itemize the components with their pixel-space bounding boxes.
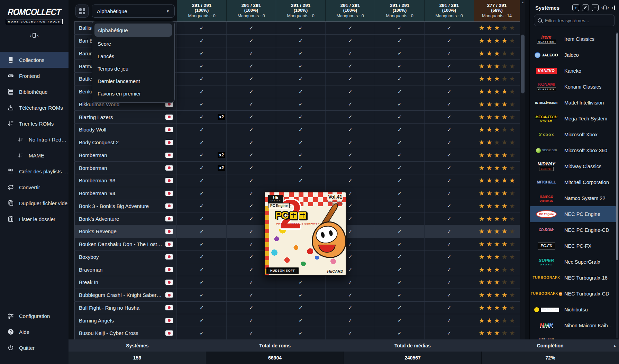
system-item[interactable]: CD-ROM²NEC PC Engine-CD <box>530 222 616 238</box>
sidebar-item-mame[interactable]: MAME <box>0 147 69 163</box>
rating-cell[interactable]: ★★★★★ <box>474 111 520 123</box>
menu-item-temps-de-jeu[interactable]: Temps de jeu <box>92 62 174 75</box>
rom-check-cell: ✓ <box>177 136 226 149</box>
rating-cell[interactable]: ★★★★★ <box>474 35 520 47</box>
sidebar-collapse-button[interactable]: ›‹ <box>0 33 69 38</box>
table-row[interactable]: Break In✓✓✓✓✓✓★★★★★ <box>74 276 520 289</box>
check-icon: ✓ <box>249 241 254 247</box>
rating-cell[interactable]: ★★★★★ <box>474 149 520 162</box>
scroll-up-icon[interactable]: ▲ <box>520 1 525 4</box>
system-item[interactable]: PC-FXNEC PC-FX <box>530 238 616 254</box>
footer-label-total-roms: Total de roms <box>206 343 344 348</box>
sidebar-item-trier-les-roms[interactable]: Trier les ROMs <box>0 116 69 131</box>
sidebar-item-aide[interactable]: Aide <box>0 324 69 340</box>
system-item[interactable]: NichibutsuNichibutsu <box>530 302 616 318</box>
sidebar-item-telecharger-roms[interactable]: Télécharger ROMs <box>0 100 69 116</box>
rom-check-cell: ✓ <box>226 111 276 123</box>
system-item[interactable]: TURBOGRAFXNEC Turbografx-16 <box>530 270 616 286</box>
system-item[interactable]: JALECOJaleco <box>530 47 616 63</box>
menu-item-alphabetique[interactable]: Alphabétique <box>94 24 172 37</box>
rating-cell[interactable]: ★★★★★ <box>474 136 520 149</box>
system-label: Nec SuperGrafx <box>564 259 600 265</box>
rating-cell[interactable]: ★★★★★ <box>474 98 520 111</box>
rating-cell[interactable]: ★★★★★ <box>474 263 520 276</box>
sidebar-item-collections[interactable]: Collections <box>0 52 69 68</box>
table-row[interactable]: Blazing Lazers✓x2✓✓✓✓✓★★★★★ <box>74 111 520 124</box>
check-icon: ✓ <box>200 228 204 235</box>
rating-cell[interactable]: ★★★★★ <box>474 60 520 72</box>
rating-cell[interactable]: ★★★★★ <box>474 124 520 136</box>
system-item[interactable]: SUPERGRAFXNec SuperGrafx <box>530 254 616 270</box>
rating-cell[interactable]: ★★★★★ <box>474 162 520 174</box>
sidebar-item-bibliotheque[interactable]: Bibliothèque <box>0 84 69 100</box>
sidebar-item-quitter[interactable]: Quitter <box>0 340 69 356</box>
table-row[interactable]: Bloody Wolf✓✓✓✓✓✓★★★★★ <box>74 124 520 136</box>
menu-item-favoris-en-premier[interactable]: Favoris en premier <box>92 87 174 100</box>
rating-cell[interactable]: ★★★★★ <box>474 22 520 34</box>
sidebar-item-configuration[interactable]: Configuration <box>0 308 69 324</box>
rating-cell[interactable]: ★★★★★ <box>474 212 520 225</box>
grid-view-button[interactable] <box>75 4 89 18</box>
table-row[interactable]: Body Conquest 2✓✓✓✓✓✓★★★★★ <box>74 136 520 149</box>
system-item[interactable]: xboxMicrosoft Xbox <box>530 127 616 143</box>
table-scrollbar[interactable]: ▲ <box>520 0 525 339</box>
sidebar-item-dupliquer-fichier-vide[interactable]: Dupliquer fichier vide <box>0 195 69 211</box>
table-row[interactable]: Bubblegum Crash! - Knight Sabers 2034✓✓✓… <box>74 289 520 302</box>
rating-cell[interactable]: ★★★★★ <box>474 289 520 301</box>
sidebar-item-no-intro-redump[interactable]: No-Intro / Redump <box>0 131 69 147</box>
rom-check-cell: ✓ <box>424 174 474 187</box>
sidebar-item-creer-playlists-m3u[interactable]: Créer des playlists M3U <box>0 163 69 179</box>
system-item[interactable]: KONAMICLASSICSKonami Classics <box>530 79 616 95</box>
rating-cell[interactable]: ★★★★★ <box>474 85 520 98</box>
star-icon: ★ <box>494 88 500 95</box>
system-item[interactable]: TURBOGRAFXCDNEC Turbografx-CD <box>530 286 616 302</box>
rating-cell[interactable]: ★★★★★ <box>474 200 520 212</box>
rating-cell[interactable]: ★★★★★ <box>474 174 520 187</box>
scroll-top-icon[interactable]: ▲ <box>613 344 616 347</box>
menu-item-dernier-lancement[interactable]: Dernier lancement <box>92 75 174 87</box>
sidebar-item-lister-le-dossier[interactable]: Lister le dossier <box>0 211 69 227</box>
rating-cell[interactable]: ★★★★★ <box>474 47 520 60</box>
system-item[interactable]: XBOX 360Microsoft Xbox 360 <box>530 143 616 158</box>
rating-cell[interactable]: ★★★★★ <box>474 187 520 200</box>
edit-system-button[interactable] <box>582 4 589 11</box>
menu-item-score[interactable]: Score <box>92 37 174 50</box>
table-row[interactable]: Busou Keiji - Cyber Cross✓✓✓✓✓✓★★★★★ <box>74 327 520 339</box>
sort-select[interactable]: Alphabétique ▼ <box>92 4 175 18</box>
hide-panel-button[interactable]: ‹ <box>612 4 615 11</box>
rating-cell[interactable]: ★★★★★ <box>474 314 520 327</box>
rating-cell[interactable]: ★★★★★ <box>474 73 520 85</box>
table-scrollbar-thumb[interactable] <box>521 35 525 93</box>
check-icon: ✓ <box>249 266 254 273</box>
rating-cell[interactable]: ★★★★★ <box>474 225 520 238</box>
check-icon: ✓ <box>447 241 452 247</box>
system-item[interactable]: MITCHELLMitchell Corporation <box>530 174 616 190</box>
menu-item-lances[interactable]: Lancés <box>92 50 174 62</box>
system-item[interactable]: KANEKOKaneko <box>530 63 616 79</box>
table-row[interactable]: Bomberman✓x2✓✓✓✓✓★★★★★ <box>74 149 520 162</box>
remove-system-button[interactable]: − <box>592 4 599 11</box>
system-item[interactable]: NMKNihon Maicom Kaihat... <box>530 318 616 334</box>
table-row[interactable]: Burning Angels✓✓✓✓✓✓★★★★★ <box>74 314 520 327</box>
table-row[interactable]: Bomberman✓x2✓✓✓✓✓★★★★★ <box>74 162 520 174</box>
sidebar-item-convertir[interactable]: Convertir <box>0 179 69 195</box>
rating-cell[interactable]: ★★★★★ <box>474 327 520 339</box>
systems-scrollbar[interactable] <box>616 32 618 338</box>
system-item[interactable]: PC EngineNEC PC Engine <box>530 206 616 222</box>
add-system-button[interactable]: + <box>572 4 579 11</box>
collapse-panel-button[interactable]: ›‹ <box>601 4 609 11</box>
systems-scrollbar-thumb[interactable] <box>616 33 618 260</box>
systems-filter-input[interactable] <box>545 18 611 23</box>
sidebar-item-frontend[interactable]: Frontend <box>0 68 69 84</box>
system-item[interactable]: INTELLiVISIONMattel Intellivision <box>530 95 616 111</box>
system-item[interactable]: namcoSystem 22Namco System 22 <box>530 190 616 206</box>
rating-cell[interactable]: ★★★★★ <box>474 276 520 289</box>
system-item[interactable]: iremCLASSICSIrem Classics <box>530 31 616 47</box>
rating-cell[interactable]: ★★★★★ <box>474 238 520 251</box>
system-item[interactable]: MEGA-TECHSYSTEMMega-Tech System <box>530 111 616 127</box>
table-row[interactable]: Bomberman '93✓✓✓✓✓✓★★★★★ <box>74 174 520 187</box>
rating-cell[interactable]: ★★★★★ <box>474 302 520 314</box>
system-item[interactable]: MIDWAYclassicsMidway Classics <box>530 158 616 174</box>
rating-cell[interactable]: ★★★★★ <box>474 251 520 263</box>
table-row[interactable]: Bull Fight - Ring no Hasha✓✓✓✓✓✓★★★★★ <box>74 302 520 315</box>
